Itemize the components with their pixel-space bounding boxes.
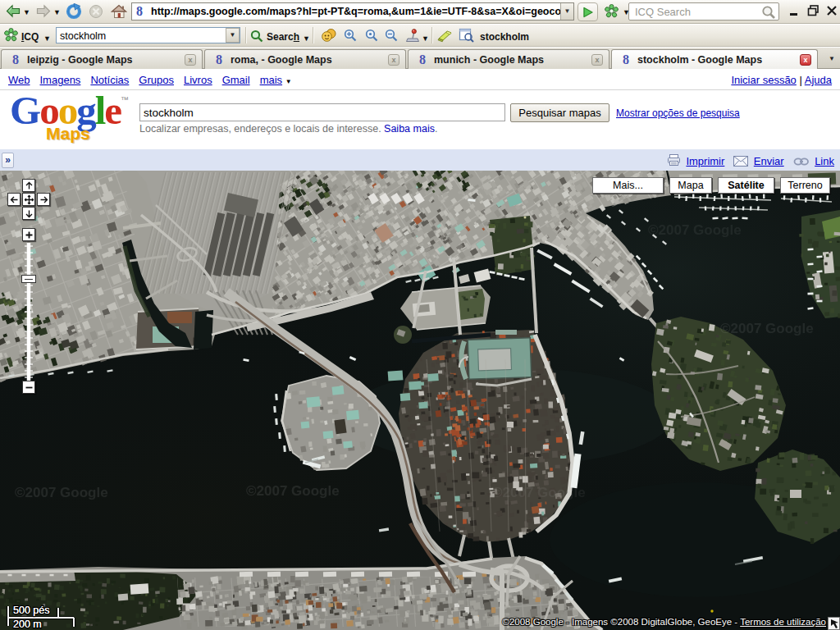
svg-text:©2007 Google: ©2007 Google xyxy=(492,485,586,500)
svg-text:©2007 Google: ©2007 Google xyxy=(246,483,340,499)
svg-text:©2007 Google: ©2007 Google xyxy=(15,485,108,500)
svg-text:©2007 Google: ©2007 Google xyxy=(648,222,742,238)
svg-text:©2007 Google: ©2007 Google xyxy=(720,321,814,336)
svg-text:200 m: 200 m xyxy=(13,619,42,630)
svg-text:500 pés: 500 pés xyxy=(13,605,49,616)
